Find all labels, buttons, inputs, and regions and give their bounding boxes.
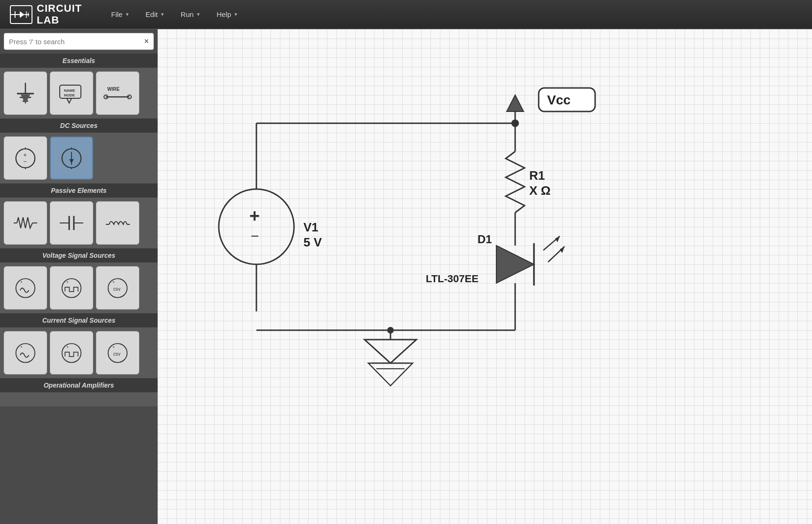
svg-text:+: +	[66, 345, 69, 349]
svg-marker-12	[21, 95, 30, 104]
svg-text:NAME: NAME	[64, 88, 75, 93]
search-bar: ×	[4, 33, 154, 50]
search-input[interactable]	[9, 38, 144, 46]
svg-text:csv: csv	[113, 351, 120, 357]
resistor-component[interactable]	[4, 201, 47, 245]
svg-text:+: +	[249, 206, 260, 226]
svg-text:R1: R1	[529, 168, 545, 183]
category-essentials: Essentials	[0, 54, 158, 68]
svg-point-39	[16, 278, 35, 297]
svg-marker-4	[20, 11, 24, 18]
inductor-icon	[103, 210, 132, 236]
capacitor-component[interactable]	[50, 201, 93, 245]
svg-point-64	[219, 189, 294, 264]
passive-grid	[0, 198, 158, 248]
help-menu[interactable]: Help ▼	[211, 8, 244, 21]
circuit-diagram: + − V1 5 V	[158, 29, 812, 524]
file-menu[interactable]: File ▼	[105, 8, 135, 21]
svg-text:+: +	[112, 345, 115, 349]
voltage-source-component[interactable]: + −	[4, 136, 47, 180]
svg-marker-59	[555, 236, 560, 242]
run-menu[interactable]: Run ▼	[175, 8, 206, 21]
name-node-icon: NAME NODE	[57, 80, 86, 106]
svg-marker-61	[560, 246, 565, 253]
help-menu-arrow: ▼	[233, 12, 238, 17]
file-menu-arrow: ▼	[125, 12, 129, 17]
svg-text:+: +	[20, 345, 23, 349]
edit-menu-arrow: ▼	[160, 12, 165, 17]
category-dc-sources: DC Sources	[0, 119, 158, 133]
ground-icon	[11, 80, 40, 106]
logo-subtitle: LAB	[37, 15, 82, 26]
circuit-canvas[interactable]: + − V1 5 V	[158, 29, 812, 524]
voltage-source-icon: + −	[11, 145, 40, 171]
logo-title: CIRCUIT	[37, 3, 82, 14]
svg-text:+: +	[20, 280, 23, 285]
run-menu-arrow: ▼	[196, 12, 201, 17]
icsv-component[interactable]: + csv	[96, 331, 139, 374]
wire-component[interactable]: WIRE	[96, 71, 139, 115]
name-node-component[interactable]: NAME NODE	[50, 71, 93, 115]
current-source-icon	[57, 145, 86, 171]
navbar: CIRCUIT LAB File ▼ Edit ▼ Run ▼ Help ▼	[0, 0, 812, 29]
wire-icon: WIRE	[103, 80, 132, 106]
iac-icon: +	[11, 340, 40, 366]
vpulse-icon: +	[57, 275, 86, 301]
iac-component[interactable]: +	[4, 331, 47, 374]
capacitor-icon	[57, 210, 86, 236]
current-signal-grid: + + + csv	[0, 327, 158, 378]
logo-area: CIRCUIT LAB	[9, 3, 82, 25]
svg-text:WIRE: WIRE	[107, 87, 119, 92]
svg-text:+: +	[112, 280, 115, 285]
svg-text:+: +	[23, 151, 27, 158]
ipulse-icon: +	[57, 340, 86, 366]
svg-text:D1: D1	[478, 233, 492, 246]
search-clear-button[interactable]: ×	[144, 37, 149, 46]
svg-text:−: −	[23, 158, 27, 165]
vcsv-icon: + csv	[103, 275, 132, 301]
main-layout: × Essentials NAME NOD	[0, 29, 812, 524]
essentials-grid: NAME NODE WIRE	[0, 68, 158, 119]
svg-text:+: +	[66, 280, 69, 285]
category-voltage-signal: Voltage Signal Sources	[0, 248, 158, 262]
svg-marker-56	[496, 246, 534, 283]
svg-text:−: −	[251, 228, 259, 244]
op-amps-grid	[0, 392, 158, 406]
logo-icon	[9, 5, 33, 24]
ground-component[interactable]	[4, 71, 47, 115]
edit-menu[interactable]: Edit ▼	[140, 8, 170, 21]
current-source-component[interactable]	[50, 136, 93, 180]
vac-component[interactable]: +	[4, 266, 47, 310]
sidebar: × Essentials NAME NOD	[0, 29, 158, 524]
ipulse-component[interactable]: +	[50, 331, 93, 374]
svg-marker-71	[365, 340, 416, 363]
vac-icon: +	[11, 275, 40, 301]
svg-text:NODE: NODE	[64, 93, 75, 97]
svg-text:V1: V1	[303, 220, 318, 234]
vcsv-component[interactable]: + csv	[96, 266, 139, 310]
svg-point-46	[16, 343, 35, 362]
svg-marker-16	[67, 98, 72, 103]
svg-marker-28	[69, 159, 73, 163]
svg-text:Vcc: Vcc	[547, 93, 571, 107]
svg-text:csv: csv	[113, 286, 120, 292]
vpulse-component[interactable]: +	[50, 266, 93, 310]
svg-text:5 V: 5 V	[303, 235, 322, 249]
inductor-component[interactable]	[96, 201, 139, 245]
svg-marker-77	[507, 95, 524, 111]
svg-text:LTL-307EE: LTL-307EE	[426, 273, 478, 285]
category-passive: Passive Elements	[0, 183, 158, 198]
icsv-icon: + csv	[103, 340, 132, 366]
svg-text:X Ω: X Ω	[529, 183, 550, 198]
category-op-amps: Operational Amplifiers	[0, 378, 158, 392]
voltage-signal-grid: + + + csv	[0, 262, 158, 313]
resistor-icon	[11, 210, 40, 236]
category-current-signal: Current Signal Sources	[0, 313, 158, 327]
nav-menu: File ▼ Edit ▼ Run ▼ Help ▼	[105, 8, 244, 21]
dc-sources-grid: + −	[0, 133, 158, 183]
svg-marker-74	[368, 363, 413, 386]
